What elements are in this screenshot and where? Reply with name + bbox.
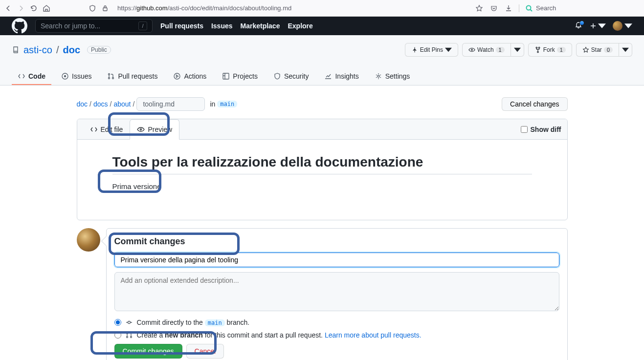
repo-name-link[interactable]: doc	[63, 44, 80, 56]
shield-icon	[273, 72, 281, 80]
home-icon[interactable]	[42, 4, 51, 13]
download-icon[interactable]	[504, 4, 513, 13]
commit-summary-input[interactable]	[114, 253, 559, 267]
visibility-badge: Public	[87, 46, 111, 54]
user-avatar	[77, 228, 100, 252]
svg-point-4	[538, 47, 540, 48]
star-caret[interactable]	[619, 43, 632, 57]
edit-file-tab[interactable]: Edit file	[83, 120, 130, 139]
tab-code[interactable]: Code	[12, 68, 51, 85]
svg-point-16	[126, 333, 128, 334]
svg-point-10	[112, 78, 114, 79]
svg-point-11	[174, 73, 180, 79]
create-menu-icon[interactable]	[589, 22, 606, 30]
shield-icon[interactable]	[88, 4, 97, 13]
sep: /	[56, 44, 59, 56]
github-header: Search or jump to... / Pull requests Iss…	[0, 17, 644, 35]
in-label: in	[210, 100, 215, 108]
tab-issues[interactable]: Issues	[55, 68, 97, 85]
svg-point-7	[65, 76, 66, 77]
svg-point-17	[126, 337, 128, 338]
preview-tab[interactable]: Preview	[130, 119, 179, 140]
svg-point-9	[109, 78, 110, 79]
tab-projects[interactable]: Projects	[216, 68, 264, 85]
star-button[interactable]: Star0	[576, 43, 619, 57]
svg-rect-12	[223, 73, 229, 79]
eye-icon	[468, 46, 475, 53]
forward-icon[interactable]	[17, 4, 25, 13]
nav-pulls[interactable]: Pull requests	[160, 22, 203, 30]
reload-icon[interactable]	[29, 4, 38, 13]
pocket-icon[interactable]	[489, 4, 498, 13]
commit-direct-option[interactable]: Commit directly to the main branch.	[114, 318, 559, 326]
commit-form: Commit changes Commit directly to the ma…	[106, 228, 568, 360]
show-diff-checkbox[interactable]	[521, 126, 528, 133]
preview-paragraph: Prima versione	[112, 182, 532, 191]
show-diff-toggle[interactable]: Show diff	[521, 126, 561, 133]
nav-marketplace[interactable]: Marketplace	[241, 22, 280, 30]
commit-icon	[125, 318, 133, 326]
svg-point-2	[471, 49, 473, 51]
commit-title: Commit changes	[114, 236, 559, 247]
edit-pins-button[interactable]: Edit Pins	[405, 43, 458, 57]
commit-description-input[interactable]	[114, 272, 559, 311]
caret-down-icon	[622, 46, 629, 53]
breadcrumb-seg[interactable]: docs	[93, 100, 108, 108]
breadcrumb-root[interactable]: doc	[77, 100, 88, 108]
filename-input[interactable]	[136, 97, 205, 111]
svg-point-14	[140, 129, 142, 130]
repo-owner-link[interactable]: asti-co	[23, 44, 52, 56]
commit-button[interactable]: Commit changes	[114, 344, 182, 359]
fork-button[interactable]: Fork1	[528, 43, 572, 57]
bookmark-star-icon[interactable]	[475, 4, 484, 13]
learn-more-link[interactable]: Learn more about pull requests.	[325, 331, 422, 339]
watch-button[interactable]: Watch1	[462, 43, 511, 57]
gear-icon	[375, 72, 382, 80]
github-logo-icon[interactable]	[12, 18, 27, 34]
slash-hint: /	[138, 21, 147, 30]
svg-point-3	[536, 47, 537, 48]
address-bar[interactable]: https://github.com/asti-co/doc/edit/main…	[113, 1, 471, 15]
avatar	[613, 21, 622, 31]
repo-tabs: Code Issues Pull requests Actions Projec…	[12, 68, 632, 85]
github-search[interactable]: Search or jump to... /	[35, 19, 153, 33]
svg-rect-0	[103, 8, 107, 11]
browser-search[interactable]: Search	[519, 4, 636, 12]
tab-actions[interactable]: Actions	[167, 68, 212, 85]
svg-point-8	[109, 74, 110, 75]
editor-box: Edit file Preview Show diff Tools per la…	[77, 119, 568, 220]
tab-security[interactable]: Security	[267, 68, 315, 85]
cancel-button[interactable]: Cancel	[186, 344, 224, 359]
commit-branch-radio[interactable]	[114, 332, 121, 339]
caret-down-icon	[514, 46, 521, 53]
browser-search-placeholder: Search	[536, 4, 556, 12]
eye-icon	[137, 126, 145, 133]
tab-settings[interactable]: Settings	[369, 68, 416, 85]
breadcrumb: doc / docs / about / in main	[77, 97, 238, 111]
tab-insights[interactable]: Insights	[318, 68, 364, 85]
branch-badge: main	[217, 101, 237, 107]
graph-icon	[324, 72, 332, 80]
pr-icon	[107, 72, 115, 80]
user-menu[interactable]	[613, 21, 632, 31]
nav-issues[interactable]: Issues	[211, 22, 233, 30]
browser-toolbar: https://github.com/asti-co/doc/edit/main…	[0, 0, 644, 17]
search-placeholder: Search or jump to...	[41, 22, 100, 30]
commit-direct-radio[interactable]	[114, 319, 121, 326]
back-icon[interactable]	[4, 4, 13, 13]
cancel-changes-button[interactable]: Cancel changes	[502, 97, 567, 111]
fork-icon	[534, 46, 541, 53]
notifications-icon[interactable]	[575, 21, 582, 31]
nav-explore[interactable]: Explore	[288, 22, 312, 30]
breadcrumb-seg[interactable]: about	[113, 100, 131, 108]
repo-header: asti-co / doc Public Edit Pins Watch1 Fo…	[0, 35, 644, 85]
issue-icon	[61, 72, 69, 80]
preview-heading: Tools per la realizzazione della documen…	[112, 154, 532, 174]
commit-branch-option[interactable]: Create a new branch for this commit and …	[114, 331, 559, 339]
watch-caret[interactable]	[511, 43, 524, 57]
play-icon	[173, 72, 181, 80]
tab-pulls[interactable]: Pull requests	[101, 68, 163, 85]
svg-point-13	[378, 75, 379, 77]
pr-icon	[125, 331, 133, 339]
caret-down-icon	[445, 46, 452, 53]
